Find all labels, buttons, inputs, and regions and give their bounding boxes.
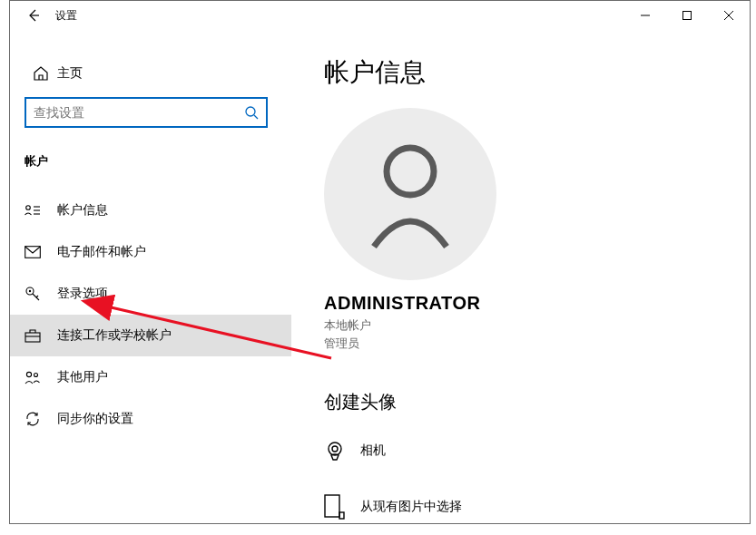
window-controls: [624, 1, 750, 30]
search-container: [25, 97, 277, 128]
account-summary: ADMINISTRATOR 本地帐户 管理员: [324, 108, 750, 352]
sidebar-category: 帐户: [10, 128, 291, 180]
svg-line-6: [254, 115, 258, 119]
people-icon: [25, 370, 57, 384]
svg-point-5: [246, 107, 255, 116]
search-icon: [244, 105, 259, 120]
svg-point-21: [329, 443, 341, 455]
sidebar-item-signin-options[interactable]: 登录选项: [10, 273, 291, 315]
svg-rect-23: [325, 495, 339, 517]
svg-line-15: [36, 296, 38, 297]
option-label: 从现有图片中选择: [360, 499, 462, 515]
sidebar-item-label: 连接工作或学校帐户: [57, 327, 172, 344]
search-box[interactable]: [25, 97, 268, 128]
browse-icon: [324, 494, 360, 520]
camera-icon: [324, 440, 360, 462]
search-input[interactable]: [34, 105, 244, 120]
maximize-icon: [682, 11, 692, 20]
svg-point-19: [34, 374, 38, 377]
key-icon: [25, 286, 57, 302]
account-role: 管理员: [324, 336, 750, 352]
svg-point-18: [26, 372, 31, 376]
minimize-button[interactable]: [624, 1, 666, 30]
sidebar-item-label: 其他用户: [57, 369, 108, 385]
back-button[interactable]: [17, 1, 50, 30]
person-icon: [360, 140, 460, 248]
home-icon: [25, 65, 57, 82]
account-type: 本地帐户: [324, 317, 750, 334]
sidebar-item-account-info[interactable]: 帐户信息: [10, 190, 291, 231]
svg-line-14: [33, 294, 39, 300]
briefcase-icon: [25, 328, 57, 343]
close-button[interactable]: [708, 1, 750, 30]
sidebar-item-label: 同步你的设置: [57, 411, 133, 427]
maximize-button[interactable]: [666, 1, 708, 30]
window-title: 设置: [55, 8, 77, 24]
main-content: 帐户信息 ADMINISTRATOR 本地帐户 管理员 创建头像 相机: [291, 30, 750, 523]
sync-icon: [25, 411, 57, 427]
sidebar-item-sync-settings[interactable]: 同步你的设置: [10, 398, 291, 440]
sidebar-item-label: 登录选项: [57, 286, 108, 302]
settings-window: 设置 主页: [9, 0, 751, 524]
window-body: 主页 帐户 帐户信息: [10, 30, 750, 523]
minimize-icon: [641, 11, 650, 20]
sidebar-item-label: 帐户信息: [57, 202, 108, 219]
sidebar-item-email-accounts[interactable]: 电子邮件和帐户: [10, 231, 291, 273]
create-avatar-title: 创建头像: [324, 390, 750, 414]
sidebar-item-work-school[interactable]: 连接工作或学校帐户: [10, 315, 291, 356]
sidebar-item-label: 电子邮件和帐户: [57, 244, 146, 260]
svg-point-7: [26, 206, 31, 210]
svg-rect-16: [25, 333, 40, 342]
sidebar: 主页 帐户 帐户信息: [10, 30, 291, 523]
account-card-icon: [25, 203, 57, 218]
svg-point-13: [29, 290, 31, 292]
sidebar-nav: 帐户信息 电子邮件和帐户 登录选项: [10, 190, 291, 440]
option-label: 相机: [360, 443, 386, 459]
titlebar: 设置: [10, 1, 750, 30]
avatar: [324, 108, 496, 280]
arrow-left-icon: [26, 8, 41, 23]
username: ADMINISTRATOR: [324, 293, 750, 314]
sidebar-item-other-users[interactable]: 其他用户: [10, 356, 291, 398]
close-icon: [724, 11, 733, 20]
svg-point-22: [332, 446, 338, 452]
svg-rect-2: [683, 12, 692, 20]
option-browse[interactable]: 从现有图片中选择: [324, 487, 750, 523]
home-label: 主页: [57, 65, 83, 82]
svg-point-20: [387, 148, 434, 195]
mail-icon: [25, 246, 57, 258]
page-title: 帐户信息: [324, 55, 750, 90]
option-camera[interactable]: 相机: [324, 431, 750, 471]
svg-rect-24: [339, 512, 344, 519]
home-nav[interactable]: 主页: [10, 55, 291, 92]
